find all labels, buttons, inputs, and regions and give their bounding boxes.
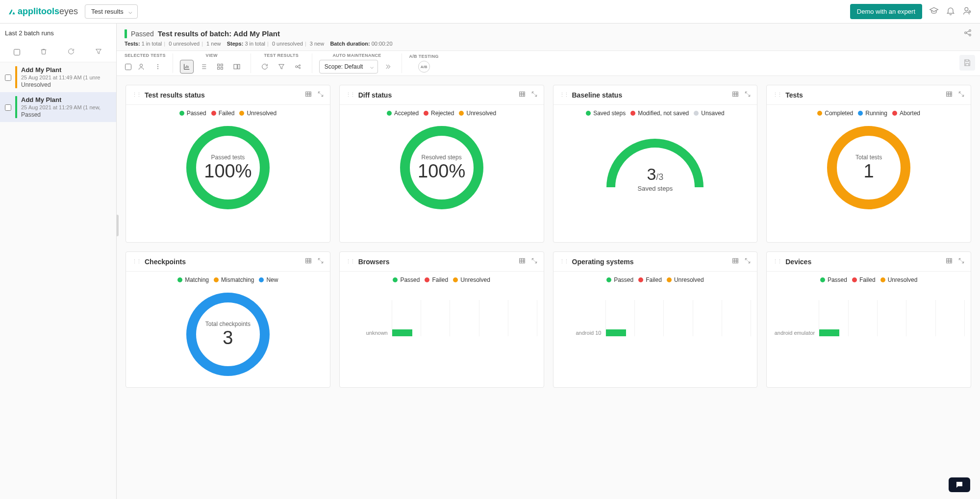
refresh-icon[interactable] (258, 60, 272, 74)
svg-rect-11 (217, 67, 219, 69)
demo-button[interactable]: Demo with an expert (850, 4, 922, 19)
svg-rect-20 (519, 92, 525, 96)
expand-icon[interactable] (744, 257, 751, 266)
batch-title: Add My Plant (21, 66, 113, 74)
expand-icon[interactable] (317, 257, 324, 266)
toolbar-label: VIEW (206, 53, 218, 58)
table-view-icon[interactable] (945, 257, 953, 266)
drag-handle-icon[interactable]: ⋮⋮ (773, 92, 781, 98)
legend: Passed Failed Unresolved (606, 276, 704, 283)
legend-item: Failed (646, 276, 662, 283)
expand-icon[interactable] (744, 91, 751, 99)
main: Passed Test results of batch: Add My Pla… (117, 24, 980, 499)
expand-icon[interactable] (531, 257, 538, 266)
table-view-icon[interactable] (945, 90, 953, 100)
svg-point-4 (969, 34, 971, 36)
trash-icon[interactable] (40, 48, 48, 57)
toolbar-label: TEST RESULTS (264, 53, 299, 58)
table-view-icon[interactable] (518, 257, 526, 266)
svg-point-3 (969, 30, 971, 32)
card-title: Browsers (358, 258, 513, 266)
batch-status-text: Passed (131, 30, 154, 38)
batch-status: Passed (21, 111, 113, 118)
apply-icon[interactable] (381, 60, 395, 74)
table-view-icon[interactable] (304, 90, 312, 100)
view-steps-icon[interactable] (230, 60, 244, 74)
batch-title: Add My Plant (21, 96, 113, 103)
toolbar-selected-tests: SELECTED TESTS (121, 51, 170, 75)
expand-icon[interactable] (531, 91, 538, 99)
filter-icon[interactable] (275, 60, 288, 74)
refresh-icon[interactable] (67, 48, 75, 57)
legend-item: Unresolved (247, 110, 276, 117)
legend-item: Failed (432, 276, 448, 283)
svg-rect-12 (221, 67, 223, 69)
card-title: Test results status (145, 91, 300, 99)
page-select-dropdown[interactable]: Test results (85, 4, 138, 19)
view-list-icon[interactable] (197, 60, 210, 74)
table-view-icon[interactable] (304, 257, 312, 266)
view-chart-icon[interactable] (180, 60, 194, 74)
chart-label: Resolved steps (422, 154, 462, 161)
legend-item: Saved steps (593, 110, 626, 117)
assign-icon[interactable] (134, 60, 148, 74)
top-bar: applitoolseyes Test results Demo with an… (0, 0, 980, 24)
toolbar-select-all[interactable] (125, 64, 131, 70)
legend-item: Accepted (394, 110, 419, 117)
legend-item: Unresolved (466, 110, 496, 117)
drag-handle-icon[interactable]: ⋮⋮ (132, 92, 141, 98)
save-icon[interactable] (959, 55, 975, 71)
table-view-icon[interactable] (518, 90, 526, 100)
svg-rect-29 (947, 258, 952, 263)
academy-icon[interactable] (929, 6, 939, 17)
more-icon[interactable] (151, 60, 165, 74)
bar-label: android emulator (773, 330, 815, 336)
drag-handle-icon[interactable]: ⋮⋮ (773, 258, 781, 265)
card-title: Baseline status (572, 91, 727, 99)
user-settings-icon[interactable] (962, 6, 972, 17)
share-icon[interactable] (963, 28, 972, 39)
bell-icon[interactable] (946, 6, 955, 17)
drag-handle-icon[interactable]: ⋮⋮ (346, 92, 354, 98)
expand-icon[interactable] (317, 91, 324, 99)
card-checkpoints: ⋮⋮ Checkpoints Matching Mismatching New (126, 251, 330, 388)
toolbar-label: SELECTED TESTS (125, 53, 166, 58)
batch-status: Unresolved (21, 81, 113, 88)
table-view-icon[interactable] (731, 257, 739, 266)
logo-text-1: applitools (18, 6, 59, 17)
batch-item[interactable]: Add My Plant 25 Aug 2021 at 11:29 AM (1 … (0, 92, 116, 122)
drag-handle-icon[interactable]: ⋮⋮ (559, 258, 568, 265)
splitter-handle[interactable] (117, 215, 119, 236)
scope-value: Scope: Default (325, 63, 363, 70)
legend: Passed Failed Unresolved (393, 276, 490, 283)
legend-item: Modified, not saved (638, 110, 689, 117)
steps-total: 3 in total (245, 41, 265, 47)
batch-checkbox[interactable] (5, 67, 11, 88)
svg-rect-14 (238, 64, 240, 69)
toolbar-label: A/B TESTING (409, 54, 438, 59)
svg-point-15 (295, 66, 297, 68)
chart-value: 100% (204, 161, 251, 182)
view-grid-icon[interactable] (213, 60, 227, 74)
tests-unresolved: 0 unresolved (169, 41, 200, 47)
select-all-checkbox[interactable] (14, 49, 20, 55)
chart-label: Passed tests (211, 154, 245, 161)
drag-handle-icon[interactable]: ⋮⋮ (346, 258, 354, 265)
filter-icon[interactable] (95, 48, 102, 57)
batch-item[interactable]: Add My Plant 25 Aug 2021 at 11:49 AM (1 … (0, 62, 116, 92)
drag-handle-icon[interactable]: ⋮⋮ (132, 258, 141, 265)
batch-title-text: Test results of batch: Add My Plant (158, 29, 280, 38)
legend-item: Failed (859, 276, 876, 283)
logo-icon (8, 8, 16, 16)
card-operating-systems: ⋮⋮ Operating systems Passed Failed Unres… (553, 251, 758, 388)
batch-checkbox[interactable] (5, 97, 11, 118)
chat-fab[interactable] (949, 477, 970, 492)
ab-testing-icon[interactable]: A/B (418, 61, 430, 73)
drag-handle-icon[interactable]: ⋮⋮ (559, 92, 568, 98)
expand-icon[interactable] (958, 91, 965, 99)
toolbar-test-results: TEST RESULTS (254, 51, 309, 75)
group-icon[interactable] (291, 60, 305, 74)
expand-icon[interactable] (958, 257, 965, 266)
scope-select[interactable]: Scope: Default (319, 60, 378, 74)
table-view-icon[interactable] (731, 90, 739, 100)
